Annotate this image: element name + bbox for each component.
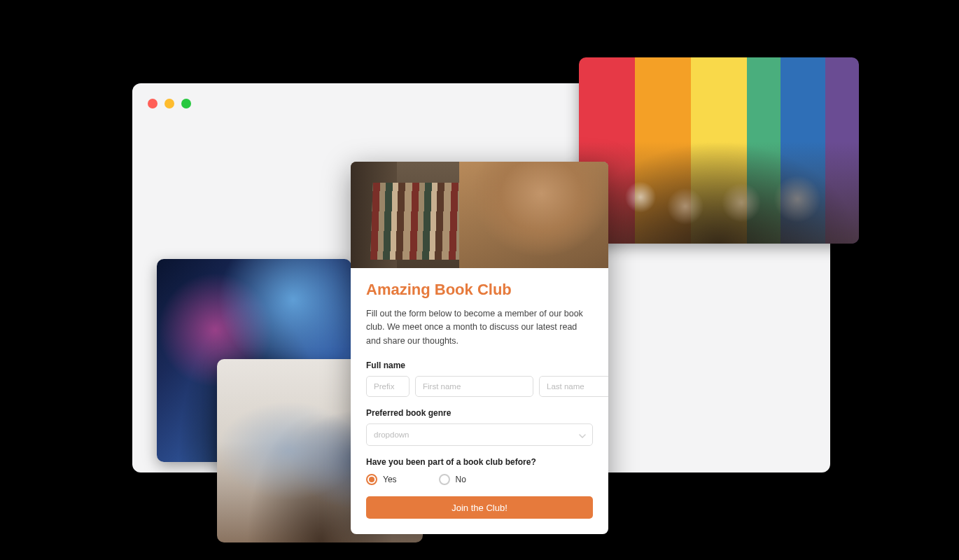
full-name-label: Full name xyxy=(366,360,593,370)
prior-club-radio-group: Yes No xyxy=(366,472,593,485)
form-title: Amazing Book Club xyxy=(366,281,593,299)
radio-option-no[interactable]: No xyxy=(439,474,466,485)
submit-button[interactable]: Join the Club! xyxy=(366,496,593,519)
prefix-input[interactable] xyxy=(366,376,410,397)
image-rainbow-flag-crowd xyxy=(579,57,859,244)
radio-icon xyxy=(439,474,450,485)
close-window-icon[interactable] xyxy=(148,99,158,108)
prior-club-label: Have you been part of a book club before… xyxy=(366,457,593,467)
maximize-window-icon[interactable] xyxy=(181,99,191,108)
last-name-input[interactable] xyxy=(539,376,608,397)
form-body: Amazing Book Club Fill out the form belo… xyxy=(351,268,608,534)
radio-icon xyxy=(366,474,377,485)
form-description: Fill out the form below to become a memb… xyxy=(366,307,593,348)
form-hero-image-bookshelf xyxy=(351,162,608,268)
genre-select-wrap: dropdown xyxy=(366,424,593,446)
genre-label: Preferred book genre xyxy=(366,408,593,418)
radio-label-no: No xyxy=(456,475,466,484)
window-controls xyxy=(148,99,191,108)
minimize-window-icon[interactable] xyxy=(164,99,174,108)
radio-option-yes[interactable]: Yes xyxy=(366,474,397,485)
first-name-input[interactable] xyxy=(415,376,533,397)
signup-form-card: Amazing Book Club Fill out the form belo… xyxy=(351,162,608,534)
full-name-row xyxy=(366,376,593,397)
radio-label-yes: Yes xyxy=(383,475,397,484)
genre-select[interactable]: dropdown xyxy=(366,424,593,446)
